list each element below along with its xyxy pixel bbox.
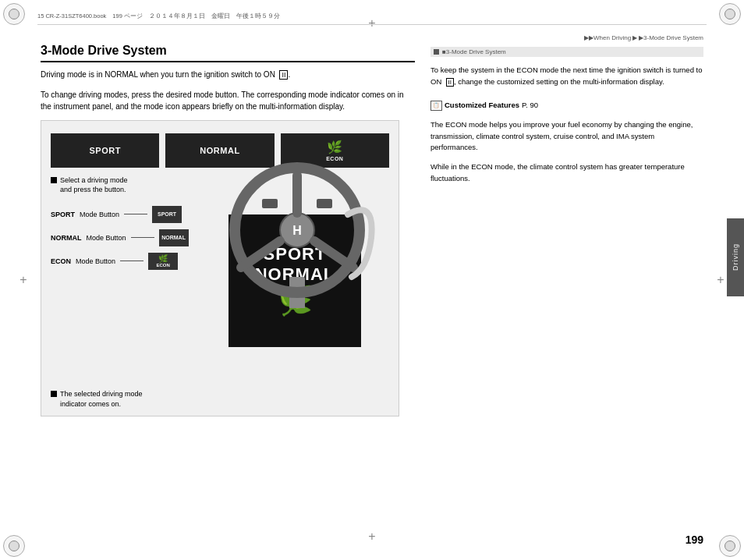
corner-decoration-tl xyxy=(3,3,25,25)
left-panel: Select a driving mode and press the butt… xyxy=(51,175,222,276)
sport-btn-visual: SPORT xyxy=(152,206,182,223)
breadcrumb: ▶▶When Driving ▶ ▶3-Mode Drive System xyxy=(584,34,703,41)
econ-button-row: ECON Mode Button 🌿 ECON xyxy=(51,253,222,270)
svg-line-5 xyxy=(241,241,280,268)
right-header-text: ■3-Mode Drive System xyxy=(442,48,506,55)
cross-right xyxy=(714,274,727,286)
svg-text:H: H xyxy=(292,224,302,237)
label-square-icon xyxy=(51,177,57,183)
bottom-caption: The selected driving mode indicator come… xyxy=(51,389,143,409)
breadcrumb-part2: ▶3-Mode Drive System xyxy=(639,34,703,41)
corner-decoration-tr xyxy=(719,3,741,25)
caption-square-icon xyxy=(51,391,57,397)
sport-line xyxy=(124,214,147,214)
svg-line-6 xyxy=(314,241,353,268)
corner-decoration-br xyxy=(719,535,741,557)
corner-decoration-bl xyxy=(3,535,25,557)
section-title: 3-Mode Drive System xyxy=(41,44,415,62)
normal-btn-visual: NORMAL xyxy=(159,229,189,246)
intro-text: Driving mode is in NORMAL when you turn … xyxy=(41,69,415,81)
normal-small-btn: NORMAL Mode Button NORMAL xyxy=(51,229,189,246)
econ-small-btn: ECON Mode Button 🌿 ECON xyxy=(51,253,178,270)
right-para2: The ECON mode helps you improve your fue… xyxy=(430,119,703,154)
right-para1: To keep the system in the ECON mode the … xyxy=(430,65,703,112)
normal-line xyxy=(131,237,154,238)
tab-label: Driving xyxy=(732,243,739,271)
cross-bottom xyxy=(366,530,378,543)
page-ref: P. 90 xyxy=(522,100,538,112)
svg-rect-8 xyxy=(317,199,332,208)
cross-left xyxy=(17,274,30,286)
sport-small-btn: SPORT Mode Button SPORT xyxy=(51,206,182,223)
japanese-header-text: 15 CR-Z-31SZT6400.book 199 ページ ２０１４年８月１日… xyxy=(37,12,280,20)
left-column: 3-Mode Drive System Driving mode is in N… xyxy=(41,44,415,523)
body-text: To change driving modes, press the desir… xyxy=(41,89,415,112)
econ-line xyxy=(120,261,143,261)
sport-mode-btn: SPORT xyxy=(51,133,159,168)
diagram-image: SPORT NORMAL 🌿 ECON Select a driving mod… xyxy=(41,120,399,416)
header-strip: 15 CR-Z-31SZT6400.book 199 ページ ２０１４年８月１日… xyxy=(37,9,707,25)
right-col-header: ■3-Mode Drive System xyxy=(430,47,703,57)
breadcrumb-part1: ▶▶When Driving xyxy=(584,34,631,41)
main-content: 3-Mode Drive System Driving mode is in N… xyxy=(41,44,703,523)
customized-features-link: Customized Features xyxy=(445,100,519,112)
svg-rect-7 xyxy=(262,199,278,208)
page-number: 199 xyxy=(686,533,703,546)
select-driving-label: Select a driving mode and press the butt… xyxy=(51,175,222,195)
econ-btn-visual: 🌿 ECON xyxy=(148,253,178,270)
driving-tab: Driving xyxy=(727,218,744,296)
breadcrumb-arrow: ▶ xyxy=(632,34,637,41)
right-column: ■3-Mode Drive System To keep the system … xyxy=(430,44,703,523)
select-label-text: Select a driving mode and press the butt… xyxy=(60,175,128,195)
steering-wheel-svg: H xyxy=(219,152,375,308)
header-square-icon xyxy=(434,49,439,55)
right-para3: While in the ECON mode, the climate cont… xyxy=(430,161,703,184)
normal-button-row: NORMAL Mode Button NORMAL xyxy=(51,229,222,246)
sport-button-row: SPORT Mode Button SPORT xyxy=(51,206,222,223)
intro-text-content: Driving mode is in NORMAL when you turn … xyxy=(41,70,290,79)
caption-text: The selected driving mode indicator come… xyxy=(60,389,143,409)
